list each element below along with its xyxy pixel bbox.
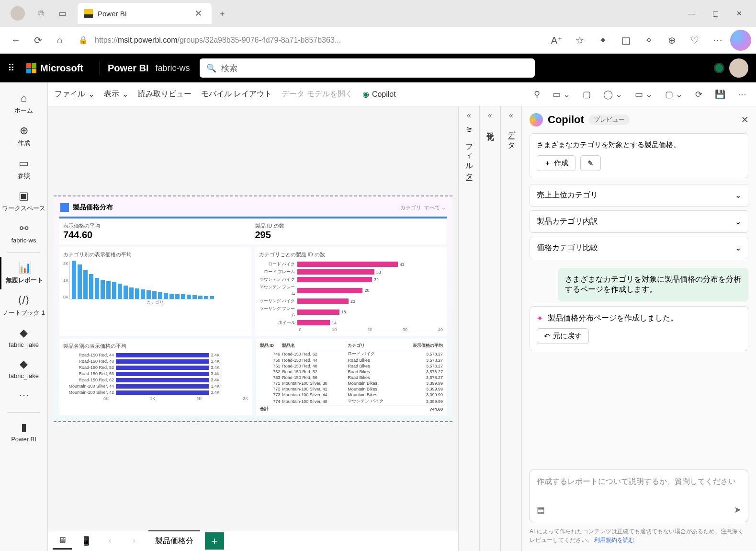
collections-icon[interactable]: ⊕ (661, 30, 682, 51)
favorites-bar-icon[interactable]: ✧ (638, 30, 659, 51)
ribbon: ファイル ⌄ 表示 ⌄ 読み取りビュー モバイル レイアウト データ モデルを開… (48, 82, 756, 106)
chart-avg-price-by-category[interactable]: カテゴリ別の表示価格の平均 2K1K0K カテゴリ (59, 247, 251, 336)
filter-pane-collapsed[interactable]: « ⚞ フィルター (458, 106, 479, 551)
chart-products-by-category[interactable]: カテゴリごとの製品 ID の数 ロード バイク43ロード フレーム33マウンテン… (255, 247, 447, 336)
chart-avg-price-by-product[interactable]: 製品名別の表示価格の平均 Road-150 Red, 443.4KRoad-15… (59, 339, 252, 415)
global-search-input[interactable]: 🔍 検索 (200, 58, 535, 78)
copilot-input[interactable]: 作成するレポートについて説明するか、質問してください ▤ ➤ (530, 470, 748, 522)
nav-workspaces[interactable]: ▣ワークスペース (0, 185, 47, 218)
nav-ws-fabric[interactable]: ⚯fabric-ws (0, 218, 47, 249)
copilot-response: ✦製品価格分布ページを作成しました。 ↶元に戻す (530, 306, 748, 351)
close-window-button[interactable]: ✕ (727, 3, 751, 24)
kpi-cards: 表示価格の平均 744.60 製品 ID の数 295 (59, 217, 447, 244)
mobile-view-icon[interactable]: 📱 (77, 532, 96, 550)
microsoft-logo: Microsoft (26, 63, 83, 74)
favorite-icon[interactable]: ☆ (569, 30, 590, 51)
refresh-button[interactable]: ⟳ (27, 29, 49, 51)
add-page-button[interactable]: ＋ (205, 532, 224, 550)
extensions-icon[interactable]: ✦ (592, 30, 613, 51)
visualizations-pane-collapsed[interactable]: « 視覚化 (479, 106, 500, 551)
expand-icon[interactable]: « (488, 111, 492, 120)
next-page-icon[interactable]: › (124, 532, 144, 550)
edit-button[interactable]: ✎ (580, 155, 601, 171)
pencil-icon: ✎ (587, 159, 594, 168)
url-host: msit.powerbi.com (118, 36, 177, 45)
image-icon[interactable]: ▢ ⌄ (662, 87, 686, 102)
back-button[interactable]: ← (5, 29, 27, 51)
nav-powerbi[interactable]: ▮Power BI (0, 416, 47, 448)
ribbon-file[interactable]: ファイル ⌄ (55, 89, 94, 99)
address-bar[interactable]: 🔒 https://msit.powerbi.com/groups/32a98b… (71, 31, 546, 50)
card-avg-price[interactable]: 表示価格の平均 744.60 (63, 222, 251, 241)
data-icon[interactable]: ▤ (537, 505, 545, 515)
profile-avatar-icon[interactable] (11, 6, 25, 21)
close-copilot-button[interactable]: ✕ (741, 115, 748, 125)
user-avatar[interactable] (729, 58, 748, 78)
accordion-top-categories[interactable]: 売上上位カテゴリ⌄ (530, 184, 748, 207)
visual-icon[interactable]: ▭ ⌄ (632, 87, 655, 102)
nav-home[interactable]: ⌂ホーム (0, 87, 47, 120)
card-product-count[interactable]: 製品 ID の数 295 (255, 222, 443, 241)
shapes-icon[interactable]: ◯ ⌄ (600, 87, 625, 102)
nav-browse[interactable]: ▭参照 (0, 152, 47, 185)
data-pane-collapsed[interactable]: « データ (500, 106, 521, 551)
report-icon (60, 203, 69, 212)
nav-create[interactable]: ⊕作成 (0, 120, 47, 152)
accordion-category-breakdown[interactable]: 製品カテゴリ内訳⌄ (530, 210, 748, 233)
nav-lake1[interactable]: ◆fabric_lake (0, 322, 47, 353)
app-launcher-icon[interactable]: ⠿ (8, 62, 15, 74)
workspaces-icon: ▣ (2, 190, 45, 202)
more-icon[interactable]: ⋯ (735, 87, 749, 102)
report-icon: 📊 (3, 262, 45, 274)
report-page[interactable]: 製品価格分布 カテゴリ すべて ⌄ 表示価格の平均 744.60 製品 ID の… (54, 195, 452, 422)
prev-page-icon[interactable]: ‹ (101, 532, 120, 550)
expand-icon[interactable]: « (509, 111, 513, 120)
home-button[interactable]: ⌂ (49, 29, 71, 51)
new-tab-button[interactable]: ＋ (212, 3, 233, 24)
page-tab[interactable]: 製品価格分 (148, 530, 200, 551)
slicer-label: カテゴリ すべて ⌄ (400, 204, 446, 211)
workspace-name[interactable]: fabric-ws (156, 63, 190, 73)
user-message: さまざまなカテゴリを対象に製品価格の分布を分析するページを作成します。 (558, 268, 748, 301)
nav-lake2[interactable]: ◆fabric_lake (0, 353, 47, 384)
undo-button[interactable]: ↶元に戻す (537, 328, 589, 344)
undo-icon: ↶ (544, 332, 550, 341)
send-icon[interactable]: ➤ (734, 505, 741, 515)
edge-copilot-icon[interactable] (730, 30, 751, 51)
textbox-icon[interactable]: ▭ ⌄ (550, 87, 573, 102)
buttons-icon[interactable]: ▢ (580, 87, 594, 102)
suggestion-text: さまざまなカテゴリを対象とする製品価格。 (537, 140, 741, 149)
explore-icon[interactable]: ⚲ (531, 87, 543, 102)
nav-report[interactable]: 📊無題レポート (0, 257, 47, 289)
copilot-pane: Copilot プレビュー ✕ さまざまなカテゴリを対象とする製品価格。 ＋作成… (521, 106, 756, 551)
split-screen-icon[interactable]: ◫ (615, 30, 636, 51)
maximize-button[interactable]: ▢ (703, 3, 727, 24)
refresh-icon[interactable]: ⟳ (692, 87, 705, 102)
nav-notebook[interactable]: ⟨/⟩ノートブック 1 (0, 289, 47, 322)
browser-tab[interactable]: Power BI ✕ (78, 3, 212, 24)
ribbon-reading[interactable]: 読み取りビュー (138, 89, 192, 99)
ribbon-copilot[interactable]: ◉ Copilot (362, 90, 396, 99)
desktop-view-icon[interactable]: 🖥 (53, 532, 72, 550)
tab-actions-icon[interactable]: ▭ (52, 3, 73, 24)
ribbon-mobile[interactable]: モバイル レイアウト (201, 89, 272, 99)
performance-icon[interactable]: ♡ (684, 30, 705, 51)
more-icon[interactable]: ⋯ (707, 30, 728, 51)
read-aloud-icon[interactable]: A⁺ (546, 30, 567, 51)
ribbon-view[interactable]: 表示 ⌄ (104, 89, 128, 99)
save-icon[interactable]: 💾 (712, 87, 728, 102)
accordion-price-compare[interactable]: 価格カテゴリ比較⌄ (530, 237, 748, 259)
minimize-button[interactable]: ― (679, 3, 703, 24)
tab-close-icon[interactable]: ✕ (192, 8, 205, 19)
workspaces-icon[interactable]: ⧉ (31, 3, 52, 24)
report-canvas[interactable]: 製品価格分布 カテゴリ すべて ⌄ 表示価格の平均 744.60 製品 ID の… (48, 106, 458, 551)
page-title: 製品価格分布 (73, 203, 113, 212)
trial-status-icon[interactable] (714, 63, 724, 73)
terms-link[interactable]: 利用規約を読む (594, 537, 634, 543)
chevron-down-icon: ⌄ (88, 90, 94, 99)
data-table[interactable]: 製品 ID 製品名 カテゴリ 表示価格の平均 749Road-150 Red, … (256, 339, 447, 415)
nav-more[interactable]: ⋯ (0, 384, 47, 408)
create-button[interactable]: ＋作成 (537, 155, 575, 171)
expand-icon[interactable]: « (467, 111, 471, 120)
notebook-icon: ⟨/⟩ (2, 294, 45, 307)
